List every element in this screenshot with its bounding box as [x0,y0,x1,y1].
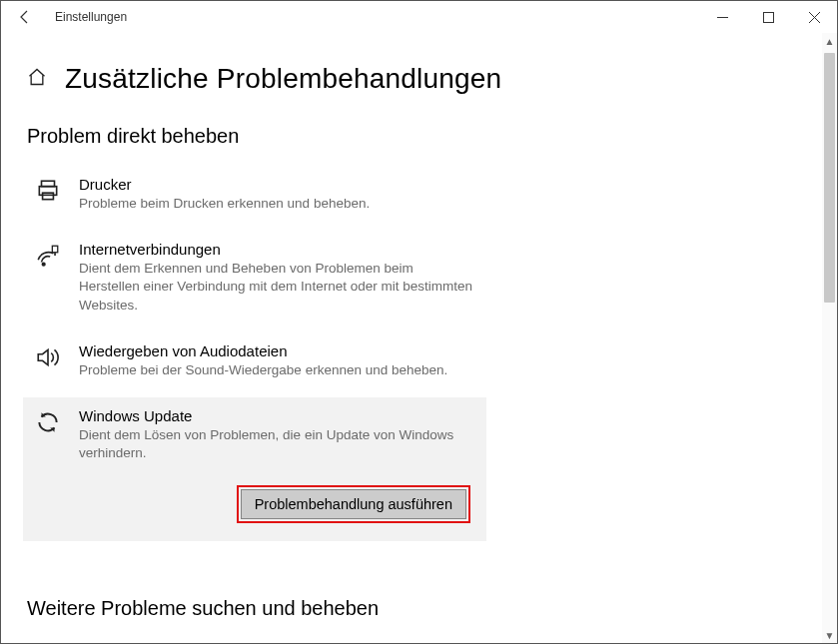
maximize-button[interactable] [745,1,791,33]
svg-rect-6 [43,193,54,200]
troubleshooter-list-more: Aufzeichnen von Audiodateien [27,638,486,643]
troubleshooter-desc: Dient dem Lösen von Problemen, die ein U… [79,426,476,462]
run-button-highlight: Problembehandlung ausführen [237,485,470,523]
troubleshooter-item-record-audio[interactable]: Aufzeichnen von Audiodateien [23,638,486,643]
section-title-direct: Problem direkt beheben [27,125,801,148]
page-title: Zusätzliche Problembehandlungen [65,63,501,95]
troubleshooter-title: Windows Update [79,407,476,424]
troubleshooter-item-internet[interactable]: Internetverbindungen Dient dem Erkennen … [23,231,486,326]
back-button[interactable] [11,3,39,31]
svg-rect-8 [52,246,57,253]
troubleshooter-list-direct: Drucker Probleme beim Drucken erkennen u… [27,166,486,541]
minimize-button[interactable] [699,1,745,33]
troubleshooter-desc: Dient dem Erkennen und Beheben von Probl… [79,260,476,315]
printer-icon [33,176,63,213]
troubleshooter-desc: Probleme beim Drucken erkennen und beheb… [79,195,476,213]
internet-icon [33,241,63,315]
titlebar: Einstellungen [1,1,837,33]
troubleshooter-desc: Probleme bei der Sound-Wiedergabe erkenn… [79,361,476,379]
update-icon [33,407,63,522]
window-title: Einstellungen [55,10,699,24]
home-icon[interactable] [27,67,47,91]
troubleshooter-item-printer[interactable]: Drucker Probleme beim Drucken erkennen u… [23,166,486,225]
section-title-more: Weitere Probleme suchen und beheben [27,597,801,620]
troubleshooter-title: Drucker [79,176,476,193]
run-troubleshooter-button[interactable]: Problembehandlung ausführen [241,489,466,519]
window-controls [699,1,837,33]
troubleshooter-item-audio-playback[interactable]: Wiedergeben von Audiodateien Probleme be… [23,332,486,391]
troubleshooter-title: Internetverbindungen [79,241,476,258]
page-header: Zusätzliche Problembehandlungen [27,63,801,95]
svg-point-7 [42,264,45,267]
close-button[interactable] [791,1,837,33]
audio-icon [33,342,63,379]
troubleshooter-item-windows-update[interactable]: Windows Update Dient dem Lösen von Probl… [23,397,486,540]
content-area: Zusätzliche Problembehandlungen Problem … [1,33,837,643]
troubleshooter-title: Wiedergeben von Audiodateien [79,342,476,359]
svg-rect-1 [763,12,773,22]
